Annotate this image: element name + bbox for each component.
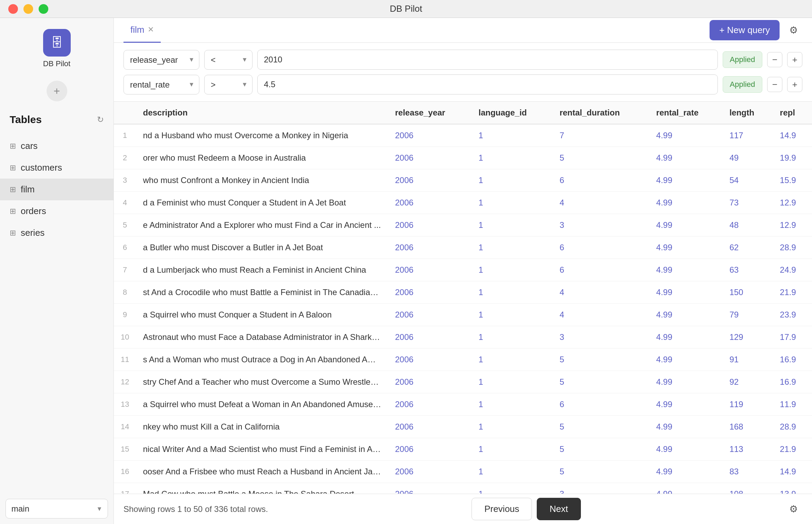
- cell-length: 108: [723, 483, 773, 494]
- filter-field-2[interactable]: rental_rate release_year: [123, 75, 199, 94]
- schema-select[interactable]: main: [6, 499, 108, 518]
- tab-bar: film ✕ + New query ⚙: [114, 18, 812, 43]
- filter-remove-1[interactable]: −: [767, 52, 782, 67]
- cell-length: 119: [723, 393, 773, 416]
- main-layout: 🗄 DB Pilot + Tables ↻ ⊞ cars ⊞ customers…: [0, 18, 812, 524]
- add-connection-button[interactable]: +: [47, 81, 67, 101]
- sidebar-item-orders[interactable]: ⊞ orders: [0, 200, 113, 222]
- cell-rental-duration: 4: [553, 192, 649, 214]
- cell-rental-rate: 4.99: [649, 192, 722, 214]
- cell-rental-duration: 5: [553, 371, 649, 393]
- filter-op-2[interactable]: > < =: [204, 75, 252, 94]
- tab-film[interactable]: film ✕: [123, 18, 161, 43]
- cell-repl: 15.9: [773, 169, 812, 192]
- traffic-light-red[interactable]: [8, 4, 18, 14]
- cell-rental-duration: 5: [553, 461, 649, 483]
- filter-field-1[interactable]: release_year rental_rate: [123, 50, 199, 70]
- cell-description: s And a Woman who must Outrace a Dog in …: [136, 349, 388, 371]
- bottom-bar: Showing rows 1 to 50 of 336 total rows. …: [114, 494, 812, 524]
- cell-rental-duration: 6: [553, 169, 649, 192]
- settings-sliders-icon[interactable]: ⚙: [784, 21, 802, 39]
- table-row[interactable]: 9 a Squirrel who must Conquer a Student …: [114, 304, 812, 326]
- col-length[interactable]: length: [723, 102, 773, 124]
- col-rental-duration[interactable]: rental_duration: [553, 102, 649, 124]
- sidebar-item-cars[interactable]: ⊞ cars: [0, 135, 113, 157]
- table-row[interactable]: 14 nkey who must Kill a Cat in Californi…: [114, 416, 812, 438]
- filter-value-2[interactable]: [257, 74, 718, 94]
- cell-length: 91: [723, 349, 773, 371]
- sidebar-item-series[interactable]: ⊞ series: [0, 222, 113, 244]
- cell-repl: 14.9: [773, 124, 812, 147]
- cell-language-id: 1: [472, 416, 553, 438]
- col-description[interactable]: description: [136, 102, 388, 124]
- table-row[interactable]: 17 Mad Cow who must Battle a Moose in Th…: [114, 483, 812, 494]
- table-row[interactable]: 2 orer who must Redeem a Moose in Austra…: [114, 147, 812, 169]
- table-row[interactable]: 12 stry Chef And a Teacher who must Over…: [114, 371, 812, 393]
- table-row[interactable]: 5 e Administrator And a Explorer who mus…: [114, 214, 812, 236]
- col-release-year[interactable]: release_year: [388, 102, 472, 124]
- traffic-light-green[interactable]: [39, 4, 48, 14]
- pagination: Previous Next: [472, 498, 581, 520]
- col-language-id[interactable]: language_id: [472, 102, 553, 124]
- cell-release-year: 2006: [388, 147, 472, 169]
- traffic-light-yellow[interactable]: [23, 4, 33, 14]
- col-repl[interactable]: repl: [773, 102, 812, 124]
- sidebar-item-film[interactable]: ⊞ film: [0, 179, 113, 200]
- cell-repl: 14.9: [773, 461, 812, 483]
- sidebar-item-label-series: series: [21, 228, 44, 238]
- cell-rental-duration: 5: [553, 438, 649, 461]
- cell-language-id: 1: [472, 169, 553, 192]
- sidebar-items: ⊞ cars ⊞ customers ⊞ film ⊞ orders ⊞ ser…: [0, 132, 113, 246]
- cell-repl: 12.9: [773, 192, 812, 214]
- filter-add-2[interactable]: +: [787, 77, 802, 92]
- cell-length: 129: [723, 326, 773, 349]
- table-row[interactable]: 16 ooser And a Frisbee who must Reach a …: [114, 461, 812, 483]
- cell-repl: 21.9: [773, 281, 812, 304]
- table-settings-icon[interactable]: ⚙: [784, 500, 802, 518]
- table-container[interactable]: description release_year language_id ren…: [114, 102, 812, 494]
- table-row[interactable]: 6 a Butler who must Discover a Butler in…: [114, 236, 812, 259]
- filter-remove-2[interactable]: −: [767, 77, 782, 92]
- table-row[interactable]: 10 Astronaut who must Face a Database Ad…: [114, 326, 812, 349]
- cell-num: 10: [114, 326, 136, 349]
- cell-description: e Administrator And a Explorer who must …: [136, 214, 388, 236]
- cell-language-id: 1: [472, 259, 553, 281]
- filter-value-1[interactable]: [257, 50, 718, 70]
- cell-language-id: 1: [472, 371, 553, 393]
- sidebar-item-customers[interactable]: ⊞ customers: [0, 157, 113, 179]
- cell-release-year: 2006: [388, 304, 472, 326]
- table-row[interactable]: 15 nical Writer And a Mad Scientist who …: [114, 438, 812, 461]
- db-pilot-label: DB Pilot: [43, 59, 70, 68]
- sidebar-item-label-customers: customers: [21, 162, 62, 173]
- cell-repl: 19.9: [773, 147, 812, 169]
- tab-close-film[interactable]: ✕: [148, 25, 154, 34]
- previous-button[interactable]: Previous: [472, 498, 532, 520]
- table-row[interactable]: 4 d a Feminist who must Conquer a Studen…: [114, 192, 812, 214]
- cell-num: 6: [114, 236, 136, 259]
- cell-length: 54: [723, 169, 773, 192]
- filter-op-1[interactable]: < > =: [204, 50, 252, 70]
- cell-release-year: 2006: [388, 192, 472, 214]
- next-button[interactable]: Next: [537, 498, 581, 520]
- cell-description: nkey who must Kill a Cat in California: [136, 416, 388, 438]
- table-row[interactable]: 3 who must Confront a Monkey in Ancient …: [114, 169, 812, 192]
- filter-add-1[interactable]: +: [787, 52, 802, 67]
- cell-release-year: 2006: [388, 349, 472, 371]
- cell-description: stry Chef And a Teacher who must Overcom…: [136, 371, 388, 393]
- cell-description: a Butler who must Discover a Butler in A…: [136, 236, 388, 259]
- col-rental-rate[interactable]: rental_rate: [649, 102, 722, 124]
- refresh-icon[interactable]: ↻: [97, 115, 104, 124]
- cell-length: 49: [723, 147, 773, 169]
- cell-rental-rate: 4.99: [649, 483, 722, 494]
- cell-repl: 16.9: [773, 371, 812, 393]
- table-row[interactable]: 8 st And a Crocodile who must Battle a F…: [114, 281, 812, 304]
- db-icon-container[interactable]: 🗄: [43, 29, 71, 57]
- table-row[interactable]: 7 d a Lumberjack who must Reach a Femini…: [114, 259, 812, 281]
- table-row[interactable]: 11 s And a Woman who must Outrace a Dog …: [114, 349, 812, 371]
- table-row[interactable]: 13 a Squirrel who must Defeat a Woman in…: [114, 393, 812, 416]
- cell-rental-duration: 3: [553, 214, 649, 236]
- database-icon: 🗄: [51, 36, 63, 50]
- new-query-button[interactable]: + New query: [710, 20, 780, 40]
- cell-language-id: 1: [472, 214, 553, 236]
- table-row[interactable]: 1 nd a Husband who must Overcome a Monke…: [114, 124, 812, 147]
